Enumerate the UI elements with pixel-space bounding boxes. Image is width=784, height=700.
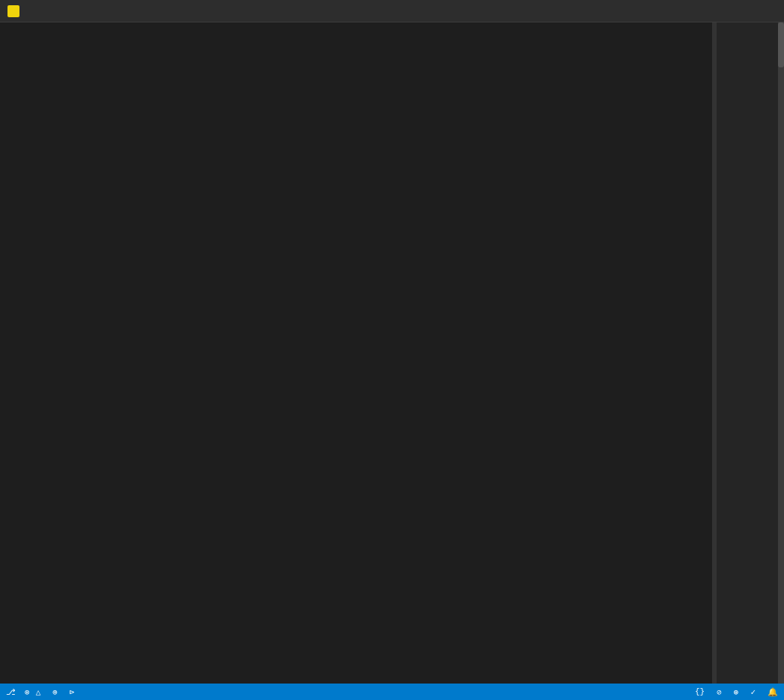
language-selector[interactable]: {}	[695, 687, 708, 696]
git-branch[interactable]: ⎇	[6, 687, 16, 697]
live-share[interactable]: ⊳	[70, 687, 78, 697]
minimap-content	[717, 22, 778, 684]
port-icon: ⊘	[717, 687, 722, 697]
prettier-indicator[interactable]: ✓	[750, 687, 759, 697]
wifi-status[interactable]: ⊕	[52, 687, 61, 697]
bell-icon: 🔔	[768, 687, 778, 697]
code-lines[interactable]	[19, 22, 712, 684]
code-editor[interactable]	[0, 22, 712, 684]
liveshare-icon: ⊳	[70, 687, 75, 697]
prettier-icon: ✓	[750, 687, 756, 697]
minimap	[717, 22, 784, 684]
editor-area	[0, 22, 784, 684]
title-bar	[0, 0, 784, 22]
errors-warnings[interactable]: ⊗ △	[25, 687, 43, 697]
line-numbers	[0, 22, 19, 684]
notifications[interactable]: 🔔	[768, 687, 778, 697]
minimap-scrollbar[interactable]	[778, 22, 784, 684]
warnings-icon: △	[36, 687, 41, 697]
quokka-indicator[interactable]: ⊛	[734, 687, 742, 697]
lang-icon: {}	[695, 687, 705, 696]
code-content	[0, 22, 712, 684]
port-indicator[interactable]: ⊘	[717, 687, 725, 697]
branch-icon: ⎇	[6, 687, 16, 697]
errors-icon: ⊗	[25, 687, 30, 697]
breadcrumb	[24, 5, 33, 16]
status-bar: ⎇ ⊗ △ ⊕ ⊳ {} ⊘ ⊛ ✓ 🔔	[0, 684, 784, 700]
quokka-icon: ⊛	[734, 687, 739, 697]
minimap-thumb	[778, 22, 784, 67]
js-icon	[7, 5, 19, 17]
wifi-icon: ⊕	[52, 687, 58, 697]
